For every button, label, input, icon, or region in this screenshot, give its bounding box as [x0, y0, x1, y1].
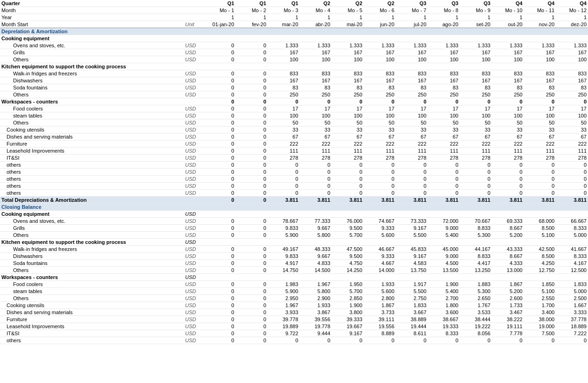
row-value-2: 83: [268, 84, 299, 91]
subsection-value-10: [524, 63, 556, 70]
row-value-9: 0: [492, 169, 523, 176]
row-value-4: 222: [332, 140, 363, 147]
row-value-9: 250: [492, 91, 523, 98]
row-value-8: 1.883: [460, 281, 492, 288]
row-value-4: 9.500: [332, 253, 363, 260]
subsection-value-4: [332, 35, 363, 42]
year-label: Year: [0, 14, 184, 21]
row-value-0: 0: [203, 169, 235, 176]
row-value-7: 1.800: [428, 302, 460, 309]
row-value-6: 1.833: [396, 302, 428, 309]
subsection-value-1: [236, 35, 268, 42]
table-row: IT&SIUSD009.7229.4449.1678.8898.6118.333…: [0, 330, 588, 337]
row-value-3: 0: [300, 169, 332, 176]
row-value-8: 1.767: [460, 302, 492, 309]
subsection-value-8: 0: [460, 98, 492, 105]
row-value-10: 222: [524, 140, 556, 147]
row-value-2: 4.917: [268, 260, 299, 267]
row-value-9: 4.333: [492, 260, 523, 267]
row-value-4: 19.667: [332, 323, 363, 330]
row-value-7: 67: [428, 133, 460, 140]
table-row: Walk-in fridges and freezersUSD008338338…: [0, 70, 588, 77]
total-value-10: 3.811: [524, 197, 556, 204]
q1-h1: Q1: [203, 0, 235, 7]
row-value-4: 1.950: [332, 281, 363, 288]
row-value-11: 1.333: [556, 42, 588, 49]
date2: fev-20: [236, 21, 268, 28]
subsection-value-11: [556, 63, 588, 70]
row-value-1: 0: [236, 169, 268, 176]
row-value-0: 0: [203, 260, 235, 267]
row-value-4: 0: [332, 176, 363, 183]
row-value-0: 0: [203, 323, 235, 330]
row-value-0: 0: [203, 84, 235, 91]
q2-h2: Q2: [332, 0, 363, 7]
subsection-value-8: [460, 274, 492, 281]
date8: ago-20: [428, 21, 460, 28]
mo11: Mo - 11: [524, 7, 556, 14]
row-value-9: 43.333: [492, 246, 523, 253]
row-value-4: 1.900: [332, 302, 363, 309]
table-row: othersUSD000000000000: [0, 162, 588, 169]
row-label: Others: [0, 91, 184, 98]
row-value-6: 1.917: [396, 281, 428, 288]
row-label: Soda fountains: [0, 260, 184, 267]
subsection-value-5: [364, 274, 396, 281]
row-value-0: 0: [203, 176, 235, 183]
row-value-0: 0: [203, 91, 235, 98]
subsection-value-7: [428, 211, 460, 218]
subsection-unit: USD: [184, 274, 203, 281]
row-value-10: 1.850: [524, 281, 556, 288]
subsection-header-row: Kitchen equipment to support the cooking…: [0, 239, 588, 246]
row-unit: USD: [184, 190, 203, 197]
row-value-11: 0: [556, 162, 588, 169]
subsection-value-0: 0: [203, 98, 235, 105]
total-value-0: 0: [203, 197, 235, 204]
table-row: OthersUSD0010010010010010010010010010010…: [0, 56, 588, 63]
row-label: IT&SI: [0, 155, 184, 162]
subsection-value-9: [492, 35, 523, 42]
row-value-0: 0: [203, 155, 235, 162]
row-value-8: 19.222: [460, 323, 492, 330]
row-unit: USD: [184, 337, 203, 344]
q2-h1: Q2: [300, 0, 332, 7]
subsection-value-9: [492, 274, 523, 281]
row-value-6: 250: [396, 91, 428, 98]
row-value-11: 67: [556, 133, 588, 140]
row-value-11: 222: [556, 140, 588, 147]
row-value-11: 33: [556, 126, 588, 133]
row-value-4: 50: [332, 119, 363, 126]
row-value-7: 100: [428, 56, 460, 63]
row-unit: USD: [184, 281, 203, 288]
row-value-9: 69.333: [492, 218, 523, 225]
row-value-9: 833: [492, 70, 523, 77]
row-value-1: 0: [236, 91, 268, 98]
row-value-11: 37.778: [556, 316, 588, 323]
subsection-value-5: [364, 211, 396, 218]
row-value-4: 833: [332, 70, 363, 77]
subsection-label: Cooking equipment: [0, 211, 184, 218]
row-unit: USD: [184, 232, 203, 239]
row-value-4: 4.750: [332, 260, 363, 267]
q4-h1: Q4: [492, 0, 523, 7]
row-value-9: 8.667: [492, 225, 523, 232]
row-value-7: 167: [428, 77, 460, 84]
subsection-value-6: 0: [396, 98, 428, 105]
row-value-7: 2.700: [428, 295, 460, 302]
date1: 01-jan-20: [203, 21, 235, 28]
row-value-7: 72.000: [428, 218, 460, 225]
row-value-5: 2.800: [364, 295, 396, 302]
row-value-1: 0: [236, 316, 268, 323]
row-value-9: 3.467: [492, 309, 523, 316]
total-value-3: 3.811: [300, 197, 332, 204]
row-value-0: 0: [203, 281, 235, 288]
row-value-2: 1.967: [268, 302, 299, 309]
row-value-11: 3.333: [556, 309, 588, 316]
row-unit: USD: [184, 218, 203, 225]
row-value-2: 167: [268, 77, 299, 84]
row-value-1: 0: [236, 112, 268, 119]
row-unit: USD: [184, 112, 203, 119]
date12: dez-20: [556, 21, 588, 28]
row-value-10: 0: [524, 169, 556, 176]
row-unit: USD: [184, 323, 203, 330]
